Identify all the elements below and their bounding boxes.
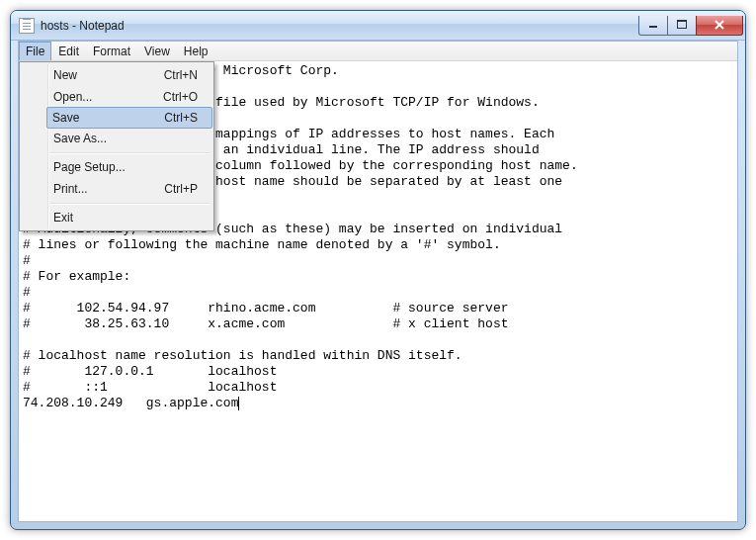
file-menu-new[interactable]: New Ctrl+N	[47, 64, 211, 86]
file-menu-new-label: New	[53, 68, 77, 82]
file-menu-open[interactable]: Open... Ctrl+O	[47, 86, 211, 108]
file-menu-page-setup-label: Page Setup...	[53, 160, 126, 174]
menu-file[interactable]: File New Ctrl+N Open... Ctrl+O Save	[19, 42, 51, 60]
file-menu-print-shortcut: Ctrl+P	[164, 182, 198, 196]
file-menu-save-as[interactable]: Save As...	[47, 128, 211, 149]
menu-format-label: Format	[93, 45, 130, 58]
file-menu-print[interactable]: Print... Ctrl+P	[47, 178, 211, 200]
menu-format[interactable]: Format	[86, 42, 137, 60]
notepad-icon	[19, 18, 35, 34]
maximize-button[interactable]	[667, 16, 697, 36]
file-menu-open-shortcut: Ctrl+O	[163, 90, 198, 104]
file-menu-page-setup[interactable]: Page Setup...	[47, 156, 211, 178]
menu-help-label: Help	[184, 45, 209, 58]
titlebar[interactable]: hosts - Notepad	[11, 11, 745, 41]
menubar: File New Ctrl+N Open... Ctrl+O Save	[19, 42, 737, 61]
file-menu-save-shortcut: Ctrl+S	[164, 111, 198, 125]
close-button[interactable]	[696, 16, 743, 36]
minimize-button[interactable]	[638, 16, 668, 36]
file-menu-save-label: Save	[52, 111, 79, 125]
notepad-window: hosts - Notepad File New Ctrl+N	[10, 10, 746, 530]
file-menu-save[interactable]: Save Ctrl+S	[46, 107, 212, 129]
menu-file-label: File	[26, 45, 44, 58]
file-menu-dropdown: New Ctrl+N Open... Ctrl+O Save Ctrl+S	[19, 61, 214, 231]
window-buttons	[639, 16, 743, 36]
file-menu-print-label: Print...	[53, 182, 88, 196]
menu-help[interactable]: Help	[177, 42, 215, 60]
menu-edit[interactable]: Edit	[51, 42, 86, 60]
text-caret	[238, 397, 239, 410]
file-menu-open-label: Open...	[53, 90, 92, 104]
file-menu-exit-label: Exit	[53, 211, 73, 225]
file-menu-exit[interactable]: Exit	[47, 207, 211, 228]
client-area: File New Ctrl+N Open... Ctrl+O Save	[18, 41, 738, 522]
file-menu-save-as-label: Save As...	[53, 132, 107, 145]
menu-view-label: View	[144, 45, 170, 58]
window-title: hosts - Notepad	[41, 19, 125, 33]
menu-view[interactable]: View	[137, 42, 177, 60]
menu-separator	[47, 152, 210, 153]
menu-separator	[47, 203, 210, 204]
file-menu-new-shortcut: Ctrl+N	[164, 68, 198, 82]
menu-edit-label: Edit	[58, 45, 79, 58]
svg-rect-2	[677, 20, 687, 22]
svg-rect-0	[649, 26, 657, 28]
